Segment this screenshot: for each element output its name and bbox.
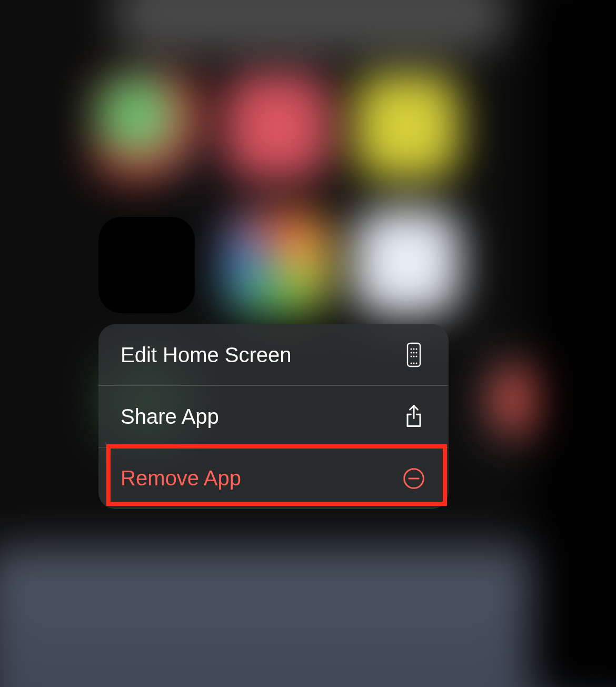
selected-app-icon[interactable] [98,217,195,313]
menu-item-label: Edit Home Screen [121,343,292,367]
apps-grid-icon [401,342,426,367]
svg-point-10 [411,363,412,364]
svg-point-8 [413,356,415,357]
menu-item-edit-home-screen[interactable]: Edit Home Screen [98,324,449,386]
svg-point-5 [413,352,415,354]
svg-point-7 [411,356,412,357]
menu-item-share-app[interactable]: Share App [98,386,449,447]
minus-circle-icon [401,466,426,491]
svg-point-3 [416,349,418,350]
svg-point-4 [411,352,412,354]
svg-point-12 [416,363,418,364]
menu-item-label: Remove App [121,466,241,490]
svg-point-2 [413,349,415,350]
app-context-menu: Edit Home Screen Share App [98,324,449,509]
svg-point-1 [411,349,412,350]
share-icon [401,404,426,429]
menu-item-label: Share App [121,405,219,429]
svg-point-6 [416,352,418,354]
menu-item-remove-app[interactable]: Remove App [98,447,449,509]
svg-point-9 [416,356,418,357]
svg-point-11 [413,363,415,364]
